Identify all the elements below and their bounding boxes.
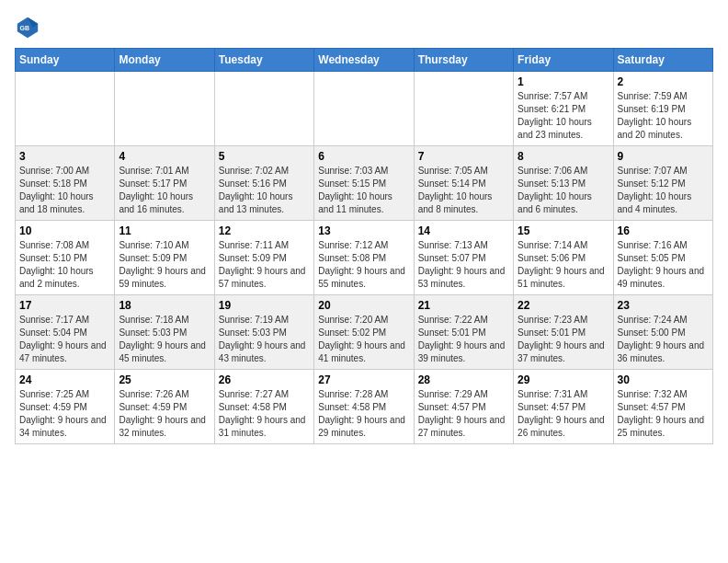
day-number: 9 [618,150,709,163]
column-header-friday: Friday [514,49,613,72]
column-header-saturday: Saturday [613,49,712,72]
page-header: GB [15,15,713,40]
day-number: 21 [418,299,509,312]
calendar-cell [16,72,115,146]
day-number: 12 [219,224,310,237]
day-info: Sunrise: 7:11 AM Sunset: 5:09 PM Dayligh… [219,239,310,291]
column-header-tuesday: Tuesday [214,49,313,72]
calendar-cell: 4Sunrise: 7:01 AM Sunset: 5:17 PM Daylig… [115,146,214,221]
day-info: Sunrise: 7:19 AM Sunset: 5:03 PM Dayligh… [219,314,310,365]
day-number: 20 [318,299,409,312]
calendar-table: SundayMondayTuesdayWednesdayThursdayFrid… [15,48,713,444]
day-info: Sunrise: 7:22 AM Sunset: 5:01 PM Dayligh… [418,314,509,365]
day-info: Sunrise: 7:26 AM Sunset: 4:59 PM Dayligh… [119,388,210,440]
calendar-cell: 22Sunrise: 7:23 AM Sunset: 5:01 PM Dayli… [514,295,613,370]
day-info: Sunrise: 7:10 AM Sunset: 5:09 PM Dayligh… [119,239,210,291]
day-number: 25 [119,373,210,386]
calendar-cell: 6Sunrise: 7:03 AM Sunset: 5:15 PM Daylig… [314,146,414,221]
day-number: 7 [418,150,509,163]
calendar-cell [414,72,513,146]
day-info: Sunrise: 7:20 AM Sunset: 5:02 PM Dayligh… [318,314,409,365]
day-info: Sunrise: 7:12 AM Sunset: 5:08 PM Dayligh… [318,239,409,291]
day-info: Sunrise: 7:13 AM Sunset: 5:07 PM Dayligh… [418,239,509,291]
day-number: 3 [19,150,110,163]
calendar-cell: 9Sunrise: 7:07 AM Sunset: 5:12 PM Daylig… [613,146,712,221]
day-number: 23 [618,299,709,312]
logo: GB [15,15,44,40]
calendar-cell: 16Sunrise: 7:16 AM Sunset: 5:05 PM Dayli… [613,221,712,295]
day-number: 14 [418,224,509,237]
calendar-cell: 27Sunrise: 7:28 AM Sunset: 4:58 PM Dayli… [314,370,414,444]
column-header-wednesday: Wednesday [314,49,414,72]
day-info: Sunrise: 7:32 AM Sunset: 4:57 PM Dayligh… [618,388,709,440]
calendar-header-row: SundayMondayTuesdayWednesdayThursdayFrid… [16,49,713,72]
calendar-cell: 25Sunrise: 7:26 AM Sunset: 4:59 PM Dayli… [115,370,214,444]
day-info: Sunrise: 7:16 AM Sunset: 5:05 PM Dayligh… [618,239,709,291]
calendar-cell: 30Sunrise: 7:32 AM Sunset: 4:57 PM Dayli… [613,370,712,444]
day-number: 19 [219,299,310,312]
calendar-cell: 26Sunrise: 7:27 AM Sunset: 4:58 PM Dayli… [214,370,313,444]
day-number: 18 [119,299,210,312]
day-number: 1 [518,75,609,88]
column-header-sunday: Sunday [16,49,115,72]
day-info: Sunrise: 7:57 AM Sunset: 6:21 PM Dayligh… [518,90,609,142]
calendar-cell: 24Sunrise: 7:25 AM Sunset: 4:59 PM Dayli… [16,370,115,444]
day-number: 15 [518,224,609,237]
calendar-cell: 3Sunrise: 7:00 AM Sunset: 5:18 PM Daylig… [16,146,115,221]
calendar-cell: 7Sunrise: 7:05 AM Sunset: 5:14 PM Daylig… [414,146,513,221]
calendar-cell: 17Sunrise: 7:17 AM Sunset: 5:04 PM Dayli… [16,295,115,370]
calendar-week-row: 3Sunrise: 7:00 AM Sunset: 5:18 PM Daylig… [16,146,713,221]
day-number: 22 [518,299,609,312]
calendar-cell: 15Sunrise: 7:14 AM Sunset: 5:06 PM Dayli… [514,221,613,295]
day-number: 10 [19,224,110,237]
calendar-cell: 29Sunrise: 7:31 AM Sunset: 4:57 PM Dayli… [514,370,613,444]
calendar-cell: 19Sunrise: 7:19 AM Sunset: 5:03 PM Dayli… [214,295,313,370]
day-number: 11 [119,224,210,237]
day-number: 26 [219,373,310,386]
day-number: 8 [518,150,609,163]
calendar-cell: 2Sunrise: 7:59 AM Sunset: 6:19 PM Daylig… [613,72,712,146]
day-number: 28 [418,373,509,386]
day-number: 4 [119,150,210,163]
day-info: Sunrise: 7:07 AM Sunset: 5:12 PM Dayligh… [618,165,709,216]
calendar-cell: 12Sunrise: 7:11 AM Sunset: 5:09 PM Dayli… [214,221,313,295]
calendar-week-row: 17Sunrise: 7:17 AM Sunset: 5:04 PM Dayli… [16,295,713,370]
calendar-cell: 21Sunrise: 7:22 AM Sunset: 5:01 PM Dayli… [414,295,513,370]
day-number: 16 [618,224,709,237]
calendar-cell: 5Sunrise: 7:02 AM Sunset: 5:16 PM Daylig… [214,146,313,221]
calendar-cell [314,72,414,146]
day-info: Sunrise: 7:05 AM Sunset: 5:14 PM Dayligh… [418,165,509,216]
day-info: Sunrise: 7:59 AM Sunset: 6:19 PM Dayligh… [618,90,709,142]
day-info: Sunrise: 7:25 AM Sunset: 4:59 PM Dayligh… [19,388,110,440]
column-header-monday: Monday [115,49,214,72]
day-info: Sunrise: 7:06 AM Sunset: 5:13 PM Dayligh… [518,165,609,216]
day-info: Sunrise: 7:31 AM Sunset: 4:57 PM Dayligh… [518,388,609,440]
calendar-week-row: 24Sunrise: 7:25 AM Sunset: 4:59 PM Dayli… [16,370,713,444]
day-info: Sunrise: 7:17 AM Sunset: 5:04 PM Dayligh… [19,314,110,365]
day-info: Sunrise: 7:14 AM Sunset: 5:06 PM Dayligh… [518,239,609,291]
day-info: Sunrise: 7:29 AM Sunset: 4:57 PM Dayligh… [418,388,509,440]
day-info: Sunrise: 7:18 AM Sunset: 5:03 PM Dayligh… [119,314,210,365]
day-info: Sunrise: 7:03 AM Sunset: 5:15 PM Dayligh… [318,165,409,216]
calendar-cell: 1Sunrise: 7:57 AM Sunset: 6:21 PM Daylig… [514,72,613,146]
day-info: Sunrise: 7:27 AM Sunset: 4:58 PM Dayligh… [219,388,310,440]
day-info: Sunrise: 7:24 AM Sunset: 5:00 PM Dayligh… [618,314,709,365]
day-info: Sunrise: 7:01 AM Sunset: 5:17 PM Dayligh… [119,165,210,216]
day-number: 30 [618,373,709,386]
calendar-week-row: 10Sunrise: 7:08 AM Sunset: 5:10 PM Dayli… [16,221,713,295]
calendar-cell: 13Sunrise: 7:12 AM Sunset: 5:08 PM Dayli… [314,221,414,295]
day-info: Sunrise: 7:23 AM Sunset: 5:01 PM Dayligh… [518,314,609,365]
calendar-cell: 23Sunrise: 7:24 AM Sunset: 5:00 PM Dayli… [613,295,712,370]
day-number: 13 [318,224,409,237]
column-header-thursday: Thursday [414,49,513,72]
calendar-cell: 18Sunrise: 7:18 AM Sunset: 5:03 PM Dayli… [115,295,214,370]
day-info: Sunrise: 7:28 AM Sunset: 4:58 PM Dayligh… [318,388,409,440]
day-number: 27 [318,373,409,386]
calendar-cell [214,72,313,146]
calendar-cell: 20Sunrise: 7:20 AM Sunset: 5:02 PM Dayli… [314,295,414,370]
calendar-cell: 10Sunrise: 7:08 AM Sunset: 5:10 PM Dayli… [16,221,115,295]
calendar-cell: 14Sunrise: 7:13 AM Sunset: 5:07 PM Dayli… [414,221,513,295]
day-info: Sunrise: 7:02 AM Sunset: 5:16 PM Dayligh… [219,165,310,216]
calendar-cell: 8Sunrise: 7:06 AM Sunset: 5:13 PM Daylig… [514,146,613,221]
day-number: 5 [219,150,310,163]
